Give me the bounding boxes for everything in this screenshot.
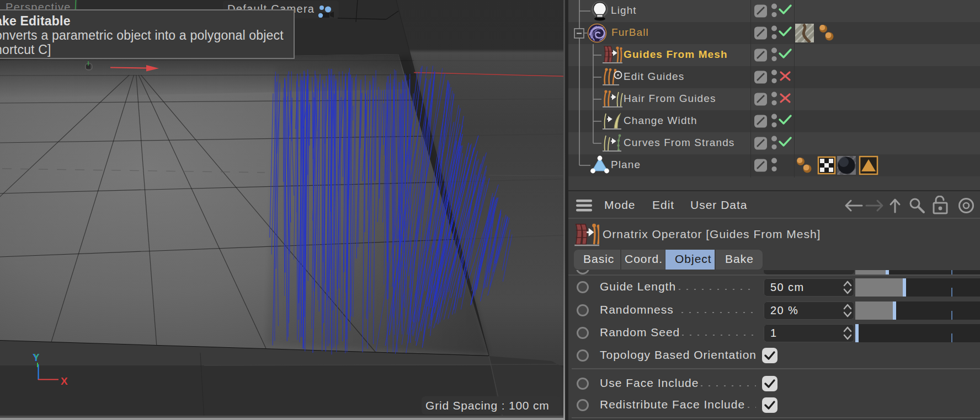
svg-text:X: X xyxy=(61,375,68,387)
svg-text:Y: Y xyxy=(34,352,39,361)
